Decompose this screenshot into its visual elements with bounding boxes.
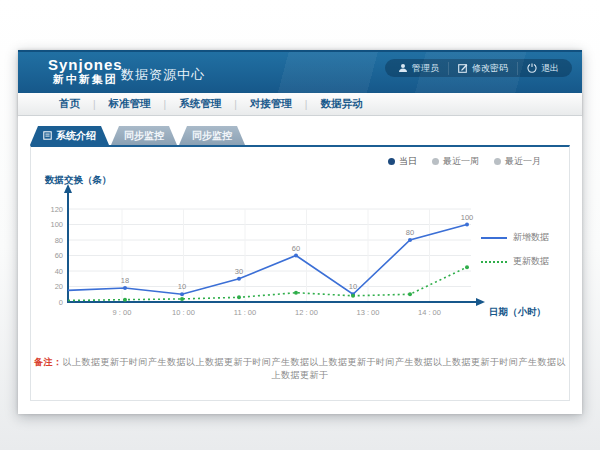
svg-text:100: 100 [461, 213, 474, 222]
filter-label: 最近一月 [505, 155, 541, 168]
radio-icon [494, 158, 501, 165]
svg-text:40: 40 [55, 267, 63, 276]
content-area: 系统介绍 同步监控 同步监控 当日 最近一周 [18, 116, 582, 414]
filter-last-month[interactable]: 最近一月 [494, 155, 541, 168]
current-user-label: 管理员 [412, 62, 439, 75]
user-icon [398, 63, 408, 73]
brand-logo: Synjones 新中新集团 [48, 56, 123, 86]
footnote-text: 以上数据更新于时间产生数据以上数据更新于时间产生数据以上数据更新于时间产生数据以… [63, 357, 567, 380]
svg-text:9 : 00: 9 : 00 [113, 308, 132, 317]
chart-legend: 新增数据 更新数据 [481, 231, 549, 268]
tab-bar: 系统介绍 同步监控 同步监控 [30, 126, 245, 145]
svg-text:30: 30 [235, 267, 243, 276]
svg-text:数据交换（条）: 数据交换（条） [44, 174, 112, 186]
filter-today[interactable]: 当日 [388, 155, 417, 168]
svg-text:60: 60 [55, 251, 63, 260]
nav-item-system-mgmt[interactable]: 系统管理 [166, 97, 234, 111]
svg-text:14 : 00: 14 : 00 [418, 308, 441, 317]
tab-system-intro[interactable]: 系统介绍 [30, 126, 109, 145]
green-dotted-sample-icon [481, 261, 507, 263]
svg-text:80: 80 [55, 236, 63, 245]
svg-text:10: 10 [178, 282, 186, 291]
svg-text:10: 10 [349, 282, 357, 291]
blue-line-sample-icon [481, 237, 507, 239]
legend-label: 更新数据 [513, 255, 549, 268]
tab-sync-monitor-1[interactable]: 同步监控 [111, 126, 177, 145]
nav-item-standard-mgmt[interactable]: 标准管理 [96, 97, 164, 111]
svg-text:20: 20 [55, 282, 63, 291]
current-user-button[interactable]: 管理员 [389, 62, 448, 75]
svg-text:100: 100 [50, 220, 63, 229]
svg-text:11 : 00: 11 : 00 [234, 308, 256, 317]
logout-button[interactable]: 退出 [517, 62, 568, 75]
footnote: 备注：以上数据更新于时间产生数据以上数据更新于时间产生数据以上数据更新于时间产生… [31, 356, 569, 382]
svg-text:12 : 00: 12 : 00 [295, 308, 318, 317]
svg-text:60: 60 [292, 244, 300, 253]
period-filter-group: 当日 最近一周 最近一月 [388, 155, 541, 168]
filter-last-week[interactable]: 最近一周 [432, 155, 479, 168]
change-password-label: 修改密码 [472, 62, 508, 75]
app-window: Synjones 新中新集团 数据资源中心 管理员 修改密码 退出 [18, 50, 582, 414]
svg-text:0: 0 [59, 298, 63, 307]
document-icon [43, 131, 52, 140]
nav-item-data-change[interactable]: 数据异动 [307, 97, 375, 111]
tab-label: 系统介绍 [56, 129, 96, 143]
svg-text:80: 80 [406, 228, 414, 237]
filter-label: 当日 [399, 155, 417, 168]
nav-item-home[interactable]: 首页 [46, 97, 93, 111]
radio-selected-icon [388, 158, 395, 165]
page-title: 数据资源中心 [121, 66, 205, 84]
app-header: Synjones 新中新集团 数据资源中心 管理员 修改密码 退出 [18, 50, 582, 93]
filter-label: 最近一周 [443, 155, 479, 168]
svg-text:18: 18 [121, 276, 129, 285]
brand-logo-cn: 新中新集团 [48, 73, 123, 86]
radio-icon [432, 158, 439, 165]
footnote-prefix: 备注： [34, 357, 63, 367]
main-nav: 首页 | 标准管理 | 系统管理 | 对接管理 | 数据异动 [18, 93, 582, 116]
logout-label: 退出 [541, 62, 559, 75]
svg-text:120: 120 [50, 205, 63, 214]
tab-label: 同步监控 [192, 129, 232, 143]
legend-item-new-data[interactable]: 新增数据 [481, 231, 549, 244]
tab-label: 同步监控 [124, 129, 164, 143]
nav-item-integration-mgmt[interactable]: 对接管理 [237, 97, 305, 111]
legend-label: 新增数据 [513, 231, 549, 244]
account-toolbar: 管理员 修改密码 退出 [385, 59, 572, 77]
legend-item-updated-data[interactable]: 更新数据 [481, 255, 549, 268]
chart-panel: 当日 最近一周 最近一月 0204060801001209 : 0010 : 0… [30, 145, 570, 401]
svg-text:13 : 00: 13 : 00 [357, 308, 380, 317]
svg-text:10 : 00: 10 : 00 [172, 308, 195, 317]
logout-icon [527, 63, 537, 73]
change-password-button[interactable]: 修改密码 [448, 62, 517, 75]
svg-text:日期（小时）: 日期（小时） [489, 306, 546, 318]
edit-icon [458, 63, 468, 73]
tab-sync-monitor-2[interactable]: 同步监控 [179, 126, 245, 145]
brand-logo-en: Synjones [48, 56, 123, 73]
